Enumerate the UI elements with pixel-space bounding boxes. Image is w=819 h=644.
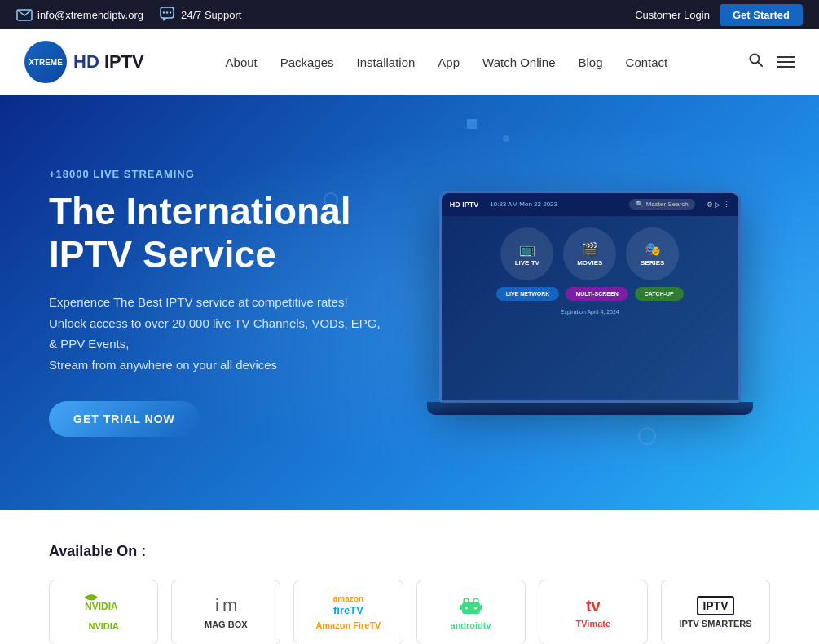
iptvsmarters-label: IPTV SMARTERS — [679, 619, 751, 629]
nav-app[interactable]: App — [438, 55, 460, 69]
screen-time: 10:33 AM Mon 22 2023 — [490, 201, 557, 208]
hero-title: The International IPTV Service — [49, 190, 410, 276]
logo-icon: XTREME — [24, 41, 67, 83]
get-started-button[interactable]: Get Started — [720, 4, 803, 26]
search-button[interactable] — [749, 53, 764, 72]
screen-content: 📺 LIVE TV 🎬 MOVIES 🎭 SERIES — [442, 216, 738, 400]
laptop-base — [427, 402, 753, 415]
firetv-icon: amazon fireTV — [333, 594, 363, 617]
device-iptvsmarters[interactable]: IPTV IPTV SMARTERS — [661, 580, 770, 644]
customer-login-link[interactable]: Customer Login — [635, 9, 710, 21]
screen-icons: ⚙ ▷ ⋮ — [707, 201, 730, 209]
nav-contact[interactable]: Contact — [626, 55, 668, 69]
content-icons-row: 📺 LIVE TV 🎬 MOVIES 🎭 SERIES — [450, 227, 730, 280]
nvidia-logo: NVIDIA — [83, 593, 124, 618]
email-text: info@xtremehdiptv.org — [37, 9, 143, 21]
header: XTREME HD IPTV About Packages Installati… — [0, 29, 819, 95]
svg-point-2 — [163, 11, 165, 13]
devices-row: NVIDIA NVIDIA i m MAG BOX amazon fireTV … — [49, 580, 770, 644]
svg-text:NVIDIA: NVIDIA — [85, 601, 118, 612]
trial-button[interactable]: GET TRIAL NOW — [49, 401, 200, 437]
multi-screen-btn: MULTI-SCREEN — [566, 287, 627, 301]
androidtv-label: androidtv — [451, 620, 491, 630]
main-nav: About Packages Installation App Watch On… — [226, 55, 668, 69]
svg-point-3 — [166, 11, 168, 13]
screen-search: 🔍 Master Search — [629, 199, 694, 210]
svg-point-12 — [474, 607, 477, 610]
nav-installation[interactable]: Installation — [357, 55, 416, 69]
menu-line-1 — [777, 56, 795, 58]
hero-right: HD IPTV 10:33 AM Mon 22 2023 🔍 Master Se… — [410, 191, 771, 415]
logo[interactable]: XTREME HD IPTV — [24, 41, 144, 83]
live-network-btn: LIVE NETWORK — [496, 287, 560, 301]
device-nvidia[interactable]: NVIDIA NVIDIA — [49, 580, 158, 644]
androidtv-icon — [456, 594, 487, 617]
device-tvimate[interactable]: tv TVimate — [539, 580, 648, 644]
nav-watch-online[interactable]: Watch Online — [482, 55, 555, 69]
nav-packages[interactable]: Packages — [280, 55, 334, 69]
laptop-container: HD IPTV 10:33 AM Mon 22 2023 🔍 Master Se… — [427, 191, 753, 415]
available-title: Available On : — [49, 543, 770, 560]
tvimate-icon: tv — [586, 597, 601, 615]
available-section: Available On : NVIDIA NVIDIA i m MAG BOX… — [0, 510, 819, 644]
screen-logo: HD IPTV — [450, 201, 479, 209]
laptop-mockup: HD IPTV 10:33 AM Mon 22 2023 🔍 Master Se… — [439, 191, 741, 403]
search-icon — [749, 53, 764, 68]
support-item: 24/7 Support — [160, 7, 241, 23]
deco-circle-1 — [638, 427, 656, 445]
top-bar-left: info@xtremehdiptv.org 24/7 Support — [16, 7, 241, 23]
device-firetv[interactable]: amazon fireTV Amazon FireTV — [293, 580, 403, 644]
series-icon: 🎭 SERIES — [626, 227, 679, 280]
hero-tag: +18000 LIVE STREAMING — [49, 168, 410, 180]
screen-bar: HD IPTV 10:33 AM Mon 22 2023 🔍 Master Se… — [442, 193, 738, 216]
svg-rect-8 — [462, 602, 480, 614]
magbox-label: MAG BOX — [205, 620, 248, 629]
menu-line-2 — [777, 61, 795, 63]
content-btns-row: LIVE NETWORK MULTI-SCREEN CATCH-UP — [450, 287, 730, 301]
email-icon — [16, 9, 33, 21]
menu-button[interactable] — [777, 56, 795, 68]
support-text: 24/7 Support — [181, 9, 241, 21]
screen-footer: Expiration April 4, 2024 — [450, 309, 730, 315]
live-tv-icon: 📺 LIVE TV — [500, 227, 553, 280]
chat-icon — [160, 7, 176, 23]
tvimate-label: TVimate — [575, 619, 610, 629]
logo-text: HD IPTV — [73, 51, 144, 73]
deco-dot-1 — [467, 119, 477, 129]
email-item: info@xtremehdiptv.org — [16, 9, 143, 21]
movies-icon: 🎬 MOVIES — [563, 227, 616, 280]
hero-section: +18000 LIVE STREAMING The International … — [0, 95, 819, 510]
hero-description: Experience The Best IPTV service at comp… — [49, 292, 410, 375]
firetv-label: Amazon FireTV — [315, 620, 381, 630]
svg-line-6 — [758, 62, 762, 66]
menu-line-3 — [777, 66, 795, 68]
nav-about[interactable]: About — [226, 55, 258, 69]
catchup-btn: CATCH-UP — [635, 287, 684, 301]
top-bar: info@xtremehdiptv.org 24/7 Support Custo… — [0, 0, 819, 29]
svg-rect-14 — [480, 605, 482, 610]
iptvsmarters-icon: IPTV — [697, 596, 733, 615]
hero-left: +18000 LIVE STREAMING The International … — [49, 168, 410, 438]
svg-point-4 — [170, 11, 171, 13]
svg-point-11 — [465, 607, 468, 610]
nvidia-label: NVIDIA — [88, 621, 118, 631]
magbox-icon: i m — [215, 595, 236, 616]
deco-dot-2 — [503, 135, 509, 142]
nav-icons — [749, 53, 795, 72]
device-magbox[interactable]: i m MAG BOX — [171, 580, 280, 644]
device-androidtv[interactable]: androidtv — [416, 580, 526, 644]
top-bar-right: Customer Login Get Started — [635, 4, 803, 26]
svg-rect-13 — [460, 605, 462, 610]
nav-blog[interactable]: Blog — [579, 55, 603, 69]
